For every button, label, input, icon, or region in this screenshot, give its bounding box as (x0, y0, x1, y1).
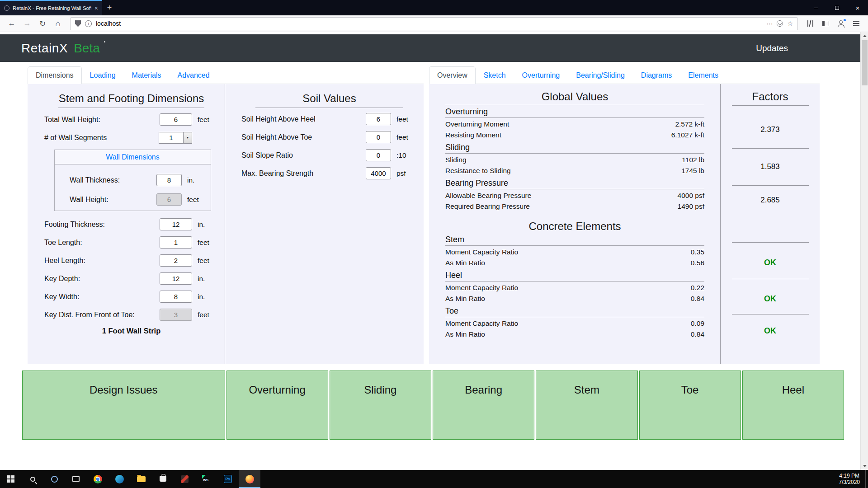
issue-box-overturning[interactable]: Overturning (226, 371, 328, 440)
field-label: Footing Thickness: (44, 221, 160, 229)
firefox-button[interactable] (239, 470, 260, 488)
wall-height-input (156, 193, 182, 206)
issue-box-bearing[interactable]: Bearing (433, 371, 534, 440)
task-view-button[interactable] (65, 470, 87, 488)
tab-loading[interactable]: Loading (82, 66, 124, 84)
clock-time: 4:19 PM (839, 473, 860, 479)
row-label: As Min Ratio (445, 295, 485, 303)
section-toe: Toe Moment Capacity Ratio 0.09 As Min Ra… (445, 306, 704, 340)
value-row: Resisting Moment 6.1027 k-ft (445, 130, 704, 141)
cortana-button[interactable] (43, 470, 65, 488)
browser-tab[interactable]: RetainX - Free Retaining Wall Softw × (0, 0, 102, 15)
tab-diagrams[interactable]: Diagrams (633, 66, 680, 84)
tab-bearing-sliding[interactable]: Bearing/Sliding (568, 66, 633, 84)
max-bearing-strength-input[interactable] (366, 167, 391, 179)
show-desktop-button[interactable] (865, 470, 868, 488)
key-depth-input[interactable] (160, 272, 192, 285)
issue-box-design-issues[interactable]: Design Issues (22, 371, 225, 440)
tracking-protection-icon[interactable] (75, 20, 81, 27)
pinned-app-button[interactable] (174, 470, 195, 488)
updates-link[interactable]: Updates (756, 43, 788, 53)
webstorm-button[interactable]: WS (195, 470, 217, 488)
title-underline (732, 105, 809, 106)
issue-box-stem[interactable]: Stem (536, 371, 637, 440)
desktop: RetainX - Free Retaining Wall Softw × + … (0, 0, 868, 488)
tab-sketch[interactable]: Sketch (476, 66, 514, 84)
chrome-button[interactable] (87, 470, 108, 488)
wall-dimensions-link[interactable]: Wall Dimensions (55, 150, 211, 164)
title-underline (255, 108, 403, 108)
field-label: Key Depth: (44, 275, 160, 283)
account-icon[interactable] (834, 17, 848, 30)
site-info-icon[interactable]: i (85, 20, 92, 27)
page-scrollbar[interactable] (860, 32, 868, 470)
wall-thickness-input[interactable] (156, 174, 182, 186)
row-label: Resisting Moment (445, 131, 501, 139)
scroll-down-arrow[interactable] (861, 462, 868, 470)
back-button[interactable]: ← (5, 17, 19, 30)
section-rows: Moment Capacity Ratio 0.35 As Min Ratio … (445, 247, 704, 268)
footing-thickness-input[interactable] (160, 218, 192, 230)
search-button[interactable] (22, 470, 43, 488)
issue-box-sliding[interactable]: Sliding (330, 371, 431, 440)
forward-button[interactable]: → (20, 17, 34, 30)
section-rows: Allowable Bearing Pressure 4000 psf Requ… (445, 190, 704, 212)
tab-elements[interactable]: Elements (680, 66, 726, 84)
pocket-icon[interactable] (777, 20, 783, 27)
row-label: As Min Ratio (445, 330, 485, 338)
row-label: Moment Capacity Ratio (445, 248, 518, 256)
start-button[interactable] (0, 470, 22, 488)
select-value: 1 (159, 132, 183, 143)
menu-icon[interactable] (849, 17, 863, 30)
field-heel-length: Heel Length: feet (44, 254, 218, 267)
window-minimize-button[interactable] (806, 0, 826, 15)
new-tab-button[interactable]: + (102, 0, 117, 15)
hamburger-icon (853, 23, 859, 24)
issue-box-heel[interactable]: Heel (742, 371, 844, 440)
reload-button[interactable]: ↻ (35, 17, 50, 30)
toe-length-input[interactable] (160, 236, 192, 249)
heel-length-input[interactable] (160, 254, 192, 267)
wall-segments-select[interactable]: 1 ▾ (159, 132, 192, 144)
soil-slope-ratio-input[interactable] (366, 149, 391, 161)
store-bag-icon (160, 476, 166, 482)
key-width-input[interactable] (160, 291, 192, 303)
scroll-thumb[interactable] (862, 40, 868, 85)
clock-date: 7/3/2020 (839, 479, 860, 485)
field-label: # of Wall Segments (44, 134, 159, 142)
taskbar-clock[interactable]: 4:19 PM 7/3/2020 (833, 470, 865, 488)
home-button[interactable]: ⌂ (51, 17, 65, 30)
app-brand: RetainX Beta (21, 41, 100, 56)
tab-advanced[interactable]: Advanced (169, 66, 217, 84)
value-row: Moment Capacity Ratio 0.35 (445, 247, 704, 258)
photoshop-button[interactable]: Ps (217, 470, 239, 488)
scroll-up-arrow[interactable] (861, 32, 868, 40)
total-wall-height-input[interactable] (160, 113, 192, 126)
soil-height-toe-input[interactable] (366, 131, 391, 143)
section-header: Overturning (445, 107, 704, 117)
field-unit: :10 (396, 151, 417, 160)
tab-materials[interactable]: Materials (124, 66, 170, 84)
edge-button[interactable] (108, 470, 130, 488)
tab-overturning[interactable]: Overturning (514, 66, 568, 84)
window-close-button[interactable]: × (847, 0, 868, 15)
person-icon (839, 20, 843, 24)
tab-overview[interactable]: Overview (429, 66, 476, 84)
address-bar[interactable]: i localhost ··· ☆ (70, 17, 798, 30)
field-unit: feet (396, 115, 417, 123)
soil-height-heel-input[interactable] (366, 113, 391, 125)
page-actions-icon[interactable]: ··· (766, 20, 773, 27)
library-icon[interactable] (803, 17, 817, 30)
sidebar-icon[interactable] (818, 17, 833, 30)
tab-dimensions[interactable]: Dimensions (28, 66, 82, 84)
file-explorer-button[interactable] (130, 470, 152, 488)
row-label: Moment Capacity Ratio (445, 284, 518, 292)
tab-close-icon[interactable]: × (94, 5, 98, 12)
window-maximize-button[interactable] (826, 0, 847, 15)
section-header: Toe (445, 306, 704, 316)
field-key-depth: Key Depth: in. (44, 272, 218, 285)
issue-box-toe[interactable]: Toe (639, 371, 741, 440)
section-stem: Stem Moment Capacity Ratio 0.35 As Min R… (445, 235, 704, 268)
bookmark-star-icon[interactable]: ☆ (787, 20, 793, 27)
store-button[interactable] (152, 470, 174, 488)
